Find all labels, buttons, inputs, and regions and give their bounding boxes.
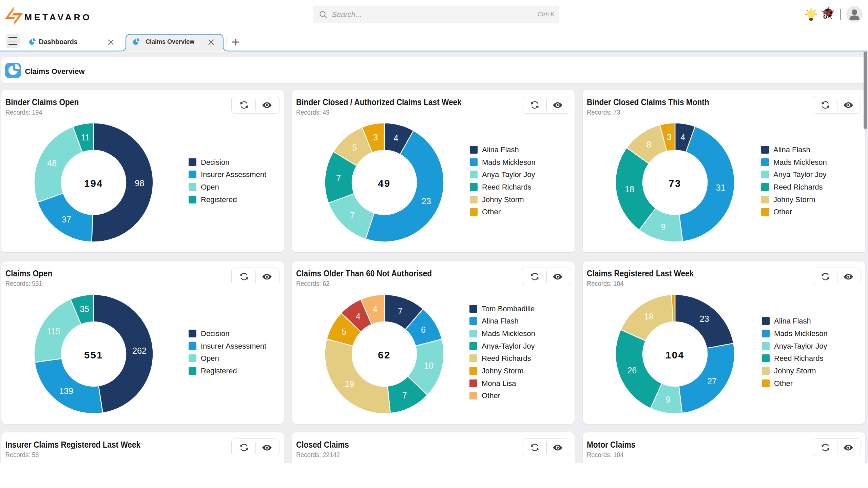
svg-text:26: 26	[627, 366, 637, 375]
svg-text:551: 551	[84, 350, 103, 360]
svg-text:5: 5	[352, 143, 357, 152]
svg-text:139: 139	[59, 386, 73, 395]
svg-text:7: 7	[336, 173, 341, 183]
svg-text:23: 23	[422, 196, 431, 206]
svg-text:23: 23	[700, 314, 709, 323]
svg-text:31: 31	[716, 183, 726, 192]
svg-text:9: 9	[666, 395, 671, 404]
svg-text:194: 194	[84, 178, 103, 189]
svg-text:104: 104	[666, 350, 684, 360]
svg-text:3: 3	[373, 133, 378, 142]
svg-text:48: 48	[47, 158, 57, 168]
svg-text:18: 18	[644, 311, 654, 321]
svg-text:7: 7	[402, 390, 407, 400]
svg-text:19: 19	[345, 379, 354, 389]
svg-text:4: 4	[356, 311, 361, 321]
svg-text:6: 6	[421, 325, 426, 334]
svg-text:4: 4	[373, 304, 378, 314]
svg-text:115: 115	[47, 327, 60, 336]
svg-text:73: 73	[669, 178, 681, 189]
svg-text:7: 7	[350, 211, 355, 220]
svg-text:98: 98	[135, 178, 144, 188]
svg-text:3: 3	[667, 132, 672, 142]
svg-text:62: 62	[378, 350, 390, 360]
svg-text:11: 11	[81, 133, 90, 142]
svg-text:5: 5	[342, 327, 347, 336]
svg-text:9: 9	[661, 222, 666, 232]
svg-text:4: 4	[393, 133, 398, 143]
svg-text:10: 10	[424, 361, 433, 370]
svg-text:18: 18	[625, 184, 634, 194]
svg-text:35: 35	[80, 304, 89, 314]
svg-text:27: 27	[707, 376, 717, 386]
svg-text:37: 37	[62, 215, 71, 225]
svg-text:262: 262	[132, 346, 147, 355]
svg-text:8: 8	[647, 140, 651, 150]
svg-text:7: 7	[398, 306, 403, 315]
svg-text:4: 4	[680, 133, 685, 142]
svg-text:49: 49	[378, 178, 390, 189]
